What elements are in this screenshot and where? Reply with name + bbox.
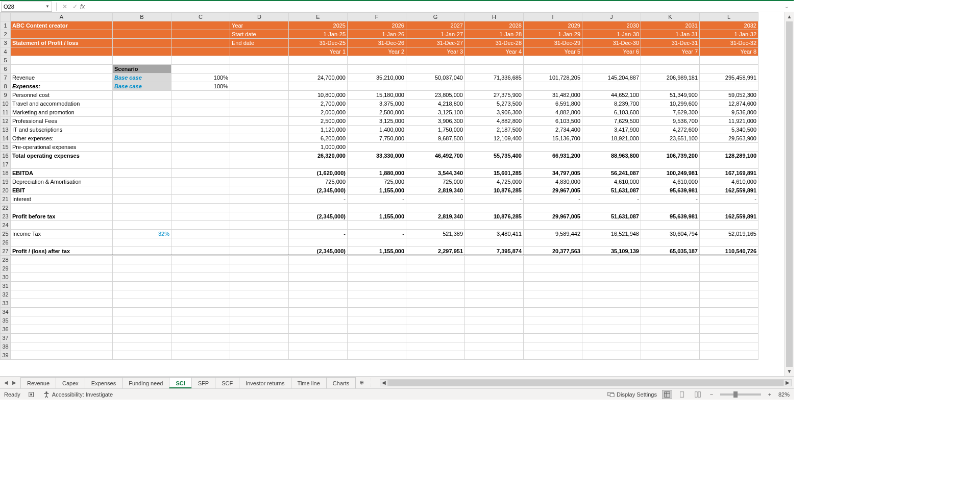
cell[interactable] (172, 169, 230, 178)
cell[interactable] (172, 334, 230, 342)
cell[interactable] (172, 195, 230, 204)
cell[interactable] (113, 316, 172, 325)
cell[interactable]: 65,035,187 (641, 247, 700, 256)
cell[interactable] (11, 273, 113, 282)
cell[interactable]: IT and subscriptions (11, 126, 113, 134)
cell[interactable]: 167,169,891 (700, 169, 758, 178)
cell[interactable] (113, 221, 172, 230)
cell[interactable] (700, 308, 758, 316)
cell[interactable]: 10,876,285 (465, 212, 524, 221)
cell[interactable] (113, 143, 172, 152)
cell[interactable]: 20,377,563 (524, 247, 582, 256)
cell[interactable] (172, 247, 230, 256)
cell[interactable] (582, 334, 641, 342)
cell[interactable] (113, 238, 172, 247)
cell[interactable]: 51,349,900 (641, 91, 700, 100)
cell[interactable]: - (465, 195, 524, 204)
cell[interactable]: 35,109,139 (582, 247, 641, 256)
cell[interactable] (641, 238, 700, 247)
column-header[interactable] (1, 13, 11, 21)
cell[interactable] (113, 186, 172, 195)
cell[interactable] (524, 160, 582, 169)
cell[interactable] (582, 238, 641, 247)
cell[interactable] (465, 334, 524, 342)
cell[interactable]: 2,500,000 (289, 117, 348, 126)
row-header[interactable]: 28 (1, 256, 11, 264)
cell[interactable] (289, 238, 348, 247)
cell[interactable] (113, 351, 172, 360)
cell[interactable]: 1-Jan-30 (582, 30, 641, 39)
cell[interactable]: Other expenses: (11, 134, 113, 143)
cell[interactable] (230, 169, 289, 178)
cell[interactable]: Interest (11, 195, 113, 204)
cell[interactable]: 29,563,900 (700, 134, 758, 143)
cell[interactable]: Income Tax (11, 230, 113, 238)
cell[interactable] (465, 351, 524, 360)
cell[interactable] (230, 247, 289, 256)
cell[interactable]: 52,019,165 (700, 230, 758, 238)
cell[interactable] (582, 65, 641, 73)
row-header[interactable]: 11 (1, 108, 11, 117)
cell[interactable] (348, 325, 406, 334)
cell[interactable] (700, 65, 758, 73)
cell[interactable] (172, 290, 230, 299)
column-header[interactable]: E (289, 13, 348, 21)
cell[interactable] (641, 264, 700, 273)
row-header[interactable]: 23 (1, 212, 11, 221)
cell[interactable] (230, 334, 289, 342)
cell[interactable]: 100,249,981 (641, 169, 700, 178)
cell[interactable]: 106,739,200 (641, 152, 700, 160)
cell[interactable]: - (289, 195, 348, 204)
grid-scroll[interactable]: ABCDEFGHIJKL1ABC Content creatorYear2025… (0, 12, 785, 376)
cell[interactable] (289, 334, 348, 342)
cell[interactable]: 95,639,981 (641, 186, 700, 195)
cell[interactable]: 3,375,000 (348, 100, 406, 108)
zoom-slider[interactable] (720, 393, 761, 396)
column-header[interactable]: D (230, 13, 289, 21)
cell[interactable]: Year 7 (641, 47, 700, 56)
cell[interactable] (348, 334, 406, 342)
cell[interactable] (641, 273, 700, 282)
cell[interactable]: 30,604,794 (641, 230, 700, 238)
cell[interactable]: 29,967,005 (524, 186, 582, 195)
cell[interactable]: 2,819,340 (406, 186, 465, 195)
row-header[interactable]: 10 (1, 100, 11, 108)
cell[interactable] (700, 56, 758, 65)
cell[interactable]: 725,000 (348, 178, 406, 186)
cell[interactable] (524, 290, 582, 299)
cell[interactable] (113, 204, 172, 212)
cell[interactable] (289, 264, 348, 273)
cell[interactable]: 4,610,000 (700, 178, 758, 186)
vscroll-track[interactable] (785, 21, 794, 367)
cell[interactable] (641, 65, 700, 73)
cell[interactable]: 27,375,900 (465, 91, 524, 100)
cell[interactable]: 9,536,800 (700, 108, 758, 117)
cell[interactable] (11, 264, 113, 273)
cell[interactable] (406, 334, 465, 342)
cell[interactable]: 4,725,000 (465, 178, 524, 186)
cell[interactable] (172, 212, 230, 221)
row-header[interactable]: 38 (1, 342, 11, 351)
cell[interactable] (11, 65, 113, 73)
cell[interactable] (289, 342, 348, 351)
cell[interactable] (406, 238, 465, 247)
cell[interactable]: 2030 (582, 21, 641, 30)
cell[interactable] (406, 264, 465, 273)
cell[interactable]: ABC Content creator (11, 21, 113, 30)
cell[interactable] (230, 273, 289, 282)
name-box-dropdown-icon[interactable]: ▼ (45, 4, 50, 9)
cell[interactable] (465, 204, 524, 212)
row-header[interactable]: 12 (1, 117, 11, 126)
cell[interactable] (113, 56, 172, 65)
cell[interactable] (641, 256, 700, 264)
cell[interactable] (406, 56, 465, 65)
spreadsheet-grid[interactable]: ABCDEFGHIJKL1ABC Content creatorYear2025… (0, 12, 758, 360)
row-header[interactable]: 39 (1, 351, 11, 360)
cell[interactable] (465, 308, 524, 316)
cell[interactable]: End date (230, 39, 289, 47)
cell[interactable] (524, 273, 582, 282)
cell[interactable]: Statement of Profit / loss (11, 39, 113, 47)
cell[interactable]: 1-Jan-27 (406, 30, 465, 39)
cell[interactable] (406, 308, 465, 316)
cell[interactable]: 2029 (524, 21, 582, 30)
